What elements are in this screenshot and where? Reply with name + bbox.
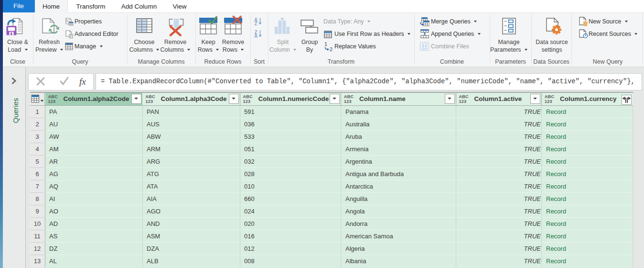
- svg-text:2: 2: [330, 46, 333, 51]
- svg-text:fx: fx: [79, 77, 86, 87]
- svg-text:Z: Z: [254, 21, 257, 25]
- svg-text:A: A: [254, 34, 258, 38]
